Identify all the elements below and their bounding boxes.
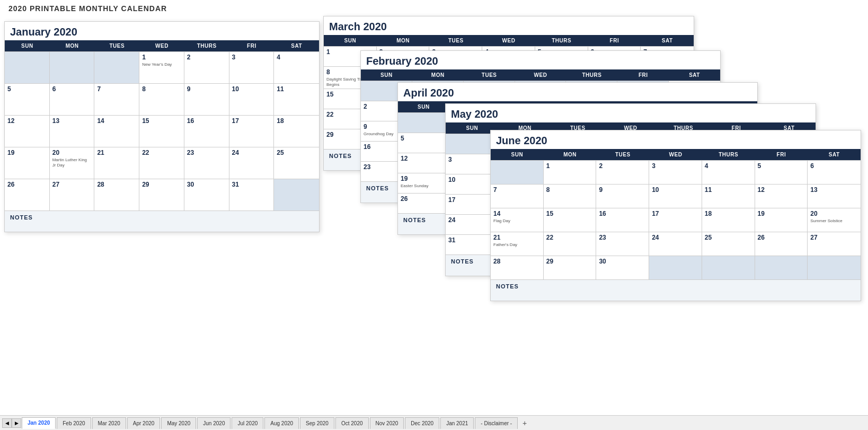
cal-cell: 27 — [50, 179, 95, 210]
cal-cell: 16 — [596, 208, 649, 232]
cal-cell: 4 — [702, 160, 755, 184]
cal-cell: 21Father's Day — [491, 232, 544, 256]
cal-cell: 8 — [139, 83, 184, 115]
cal-cell: 30 — [596, 256, 649, 279]
january-notes: NOTES — [5, 210, 319, 232]
sheet-tab[interactable]: Sep 2020 — [300, 417, 334, 429]
cal-cell — [5, 51, 50, 83]
cal-cell: 5 — [5, 83, 50, 115]
cal-cell: 26 — [755, 232, 808, 256]
cal-cell: 10 — [229, 83, 274, 115]
cal-cell: 1New Year's Day — [139, 51, 184, 83]
cal-cell: 19 — [5, 147, 50, 179]
april-title: April 2020 — [398, 83, 757, 101]
may-title: May 2020 — [446, 104, 816, 122]
sheet-tab[interactable]: May 2020 — [161, 417, 196, 429]
cal-cell: 13 — [808, 184, 861, 208]
cal-cell: 14Flag Day — [491, 208, 544, 232]
february-header: SUN MON TUES WED THURS FRI SAT — [361, 69, 720, 81]
june-header: SUN MON TUES WED THURS FRI SAT — [491, 149, 861, 160]
sheet-tab[interactable]: Oct 2020 — [335, 417, 369, 429]
cal-cell: 1 — [544, 160, 597, 184]
january-calendar: January 2020 SUN MON TUES WED THURS FRI … — [4, 21, 320, 232]
cal-cell: 22 — [139, 147, 184, 179]
cal-cell: 12 — [398, 153, 449, 173]
sheet-tab[interactable]: Feb 2020 — [57, 417, 91, 429]
cal-cell: 6 — [808, 160, 861, 184]
cal-cell: 18 — [274, 115, 319, 147]
cal-cell: 23 — [596, 232, 649, 256]
add-tab-button[interactable]: + — [519, 418, 530, 428]
sheet-tab[interactable]: Mar 2020 — [92, 417, 126, 429]
cal-cell: 17 — [229, 115, 274, 147]
cal-cell: 3 — [229, 51, 274, 83]
cal-cell — [491, 160, 544, 184]
cal-cell: 6 — [50, 83, 95, 115]
cal-cell: 2 — [184, 51, 229, 83]
cal-cell: 13 — [50, 115, 95, 147]
sheet-tab[interactable]: Nov 2020 — [370, 417, 404, 429]
february-title: February 2020 — [361, 51, 720, 69]
cal-cell: 29 — [544, 256, 597, 279]
cal-cell: 29 — [139, 179, 184, 210]
cal-cell — [94, 51, 139, 83]
cal-cell: 17 — [649, 208, 702, 232]
sheet-tab[interactable]: Jan 2021 — [440, 417, 474, 429]
cal-cell: 26 — [5, 179, 50, 210]
june-title: June 2020 — [491, 130, 861, 149]
sheet-tabs: ◀ ▶ Jan 2020Feb 2020Mar 2020Apr 2020May … — [0, 415, 868, 430]
cal-cell: 8 — [544, 184, 597, 208]
cal-cell: 19Easter Sunday — [398, 173, 449, 193]
cal-cell: 9 — [596, 184, 649, 208]
cal-cell: 12 — [5, 115, 50, 147]
cal-cell: 2 — [596, 160, 649, 184]
cal-cell: 9 — [184, 83, 229, 115]
january-title: January 2020 — [5, 22, 319, 40]
cal-cell: 12 — [755, 184, 808, 208]
cal-cell — [274, 179, 319, 210]
sheet-tab[interactable]: - Disclaimer - — [475, 417, 518, 429]
march-title: March 2020 — [324, 16, 694, 35]
march-header: SUN MON TUES WED THURS FRI SAT — [324, 35, 694, 46]
cal-cell: 30 — [184, 179, 229, 210]
sheet-tab[interactable]: Dec 2020 — [405, 417, 439, 429]
cal-cell: 20Martin Luther King Jr Day — [50, 147, 95, 179]
cal-cell: 24 — [229, 147, 274, 179]
cal-cell — [398, 112, 449, 133]
cal-cell: 15 — [544, 208, 597, 232]
scroll-right-arrow[interactable]: ▶ — [12, 418, 21, 428]
cal-cell: 14 — [94, 115, 139, 147]
sheet-tab[interactable]: Jul 2020 — [232, 417, 263, 429]
cal-cell: 7 — [491, 184, 544, 208]
cal-cell: 26 — [398, 193, 449, 213]
cal-cell: 25 — [702, 232, 755, 256]
cal-cell: 10 — [649, 184, 702, 208]
cal-cell — [755, 256, 808, 279]
cal-cell: 28 — [94, 179, 139, 210]
main-container: 2020 PRINTABLE MONTHLY CALENDAR January … — [0, 0, 868, 403]
cal-cell: 25 — [274, 147, 319, 179]
june-grid: 1 2 3 4 5 6 7 8 9 10 11 12 13 14Flag Day… — [491, 160, 861, 279]
scroll-left-arrow[interactable]: ◀ — [2, 418, 12, 428]
june-calendar: June 2020 SUN MON TUES WED THURS FRI SAT… — [490, 130, 861, 301]
cal-cell — [649, 256, 702, 279]
cal-cell: 15 — [139, 115, 184, 147]
app-title: 2020 PRINTABLE MONTHLY CALENDAR — [0, 0, 868, 15]
cal-cell: 19 — [755, 208, 808, 232]
cal-cell — [808, 256, 861, 279]
cal-cell: 16 — [184, 115, 229, 147]
cal-cell: 18 — [702, 208, 755, 232]
sheet-tab[interactable]: Jun 2020 — [197, 417, 231, 429]
june-notes: NOTES — [491, 279, 861, 301]
sheet-tab[interactable]: Jan 2020 — [22, 417, 56, 429]
cal-cell: 24 — [649, 232, 702, 256]
cal-cell: 27 — [808, 232, 861, 256]
cal-cell — [702, 256, 755, 279]
sheet-tab[interactable]: Apr 2020 — [127, 417, 161, 429]
cal-cell — [50, 51, 95, 83]
sheet-tab[interactable]: Aug 2020 — [264, 417, 299, 429]
cal-cell: 5 — [398, 133, 449, 153]
tab-container: Jan 2020Feb 2020Mar 2020Apr 2020May 2020… — [21, 417, 518, 429]
cal-cell: 7 — [94, 83, 139, 115]
cal-cell: 11 — [702, 184, 755, 208]
